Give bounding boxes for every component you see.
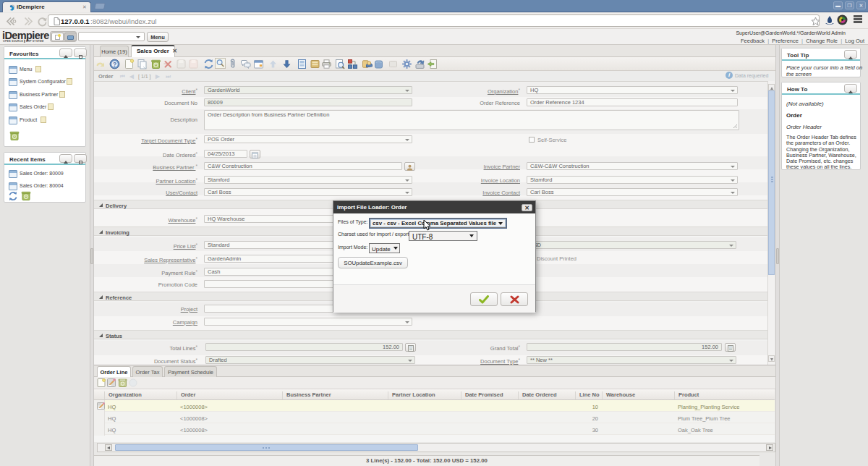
svg-text:?: ?	[113, 61, 116, 68]
